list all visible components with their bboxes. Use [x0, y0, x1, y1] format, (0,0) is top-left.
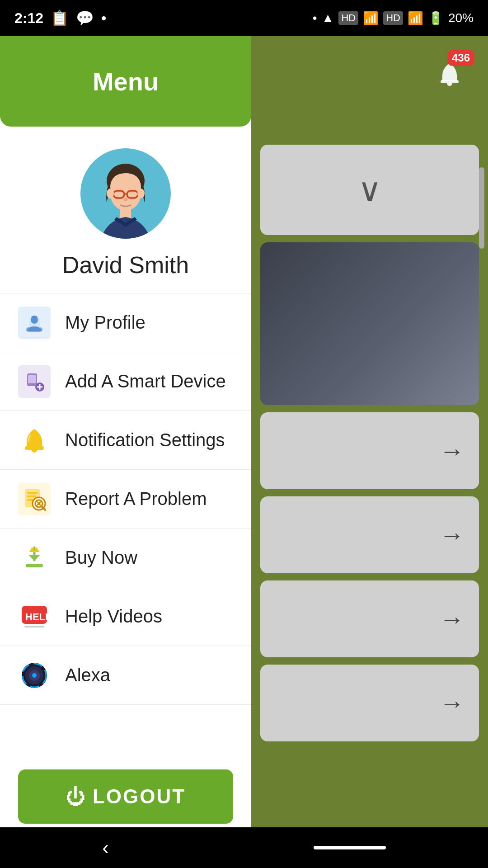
status-time: 2:12 [14, 10, 43, 27]
logout-label: LOGOUT [93, 785, 186, 808]
logout-icon: ⏻ [66, 785, 85, 808]
svg-point-12 [137, 189, 145, 198]
menu-items-list: My Profile Add A Smart Device [0, 293, 251, 755]
menu-item-label-smart-device: Add A Smart Device [65, 371, 226, 392]
menu-header: Menu [0, 36, 251, 127]
menu-item-buy-now[interactable]: Buy Now [0, 528, 251, 587]
menu-item-label-help-videos: Help Videos [65, 606, 162, 627]
back-button[interactable]: ‹ [102, 836, 109, 859]
avatar [80, 148, 171, 239]
help-videos-icon: HELP [18, 600, 51, 633]
right-panel-top: 436 [251, 36, 488, 140]
image-card-inner [260, 242, 479, 405]
avatar-image [83, 153, 169, 239]
status-battery-percent: 20% [448, 11, 474, 25]
logout-button[interactable]: ⏻ LOGOUT [18, 769, 233, 824]
svg-rect-38 [24, 626, 44, 627]
arrow-right-icon-2: → [439, 520, 465, 550]
svg-point-17 [31, 316, 38, 324]
status-battery-icon: 🔋 [428, 11, 444, 26]
svg-point-9 [123, 198, 128, 201]
svg-text:HELP: HELP [25, 611, 48, 623]
bottom-nav: ‹ [0, 827, 488, 868]
notification-count-badge: 436 [447, 50, 474, 66]
status-sim-icon: 📋 [51, 9, 69, 27]
status-bar: 2:12 📋 💬 • • ▲ HD 📶 HD 📶 🔋 20% [0, 0, 488, 36]
arrow-card-4[interactable]: → [260, 665, 479, 741]
menu-item-alexa[interactable]: Alexa [0, 646, 251, 705]
report-icon [18, 483, 51, 515]
menu-item-label-my-profile: My Profile [65, 312, 145, 333]
notification-area[interactable]: 436 [429, 54, 470, 95]
status-hd-badge-1: HD [338, 11, 358, 25]
profile-name: David Smith [62, 251, 189, 278]
image-card [260, 242, 479, 405]
menu-item-my-profile[interactable]: My Profile [0, 293, 251, 352]
menu-item-label-notifications: Notification Settings [65, 430, 225, 450]
status-bars-icon: 📶 [363, 11, 379, 26]
svg-rect-35 [26, 564, 43, 567]
menu-item-label-report: Report A Problem [65, 489, 207, 509]
svg-rect-24 [25, 446, 44, 450]
menu-drawer: Menu [0, 36, 251, 868]
svg-rect-28 [27, 495, 36, 497]
status-signal-dot: • [313, 11, 317, 25]
status-dot: • [101, 10, 106, 27]
menu-item-notifications[interactable]: Notification Settings [0, 411, 251, 470]
smart-device-icon [18, 365, 51, 398]
profile-icon [18, 307, 51, 339]
notification-settings-icon [18, 424, 51, 457]
alexa-icon [18, 659, 51, 692]
svg-rect-20 [28, 375, 36, 383]
profile-section: David Smith [0, 127, 251, 293]
scrollbar[interactable] [479, 167, 484, 249]
arrow-right-icon-4: → [439, 689, 465, 718]
dropdown-card[interactable]: ∨ [260, 145, 479, 235]
arrow-right-icon-1: → [439, 436, 465, 466]
menu-item-help-videos[interactable]: HELP Help Videos [0, 587, 251, 646]
svg-rect-0 [441, 80, 459, 83]
menu-item-smart-device[interactable]: Add A Smart Device [0, 352, 251, 411]
arrow-card-2[interactable]: → [260, 496, 479, 573]
svg-rect-27 [27, 492, 38, 494]
menu-title: Menu [93, 67, 159, 96]
status-signal-icon: 📶 [408, 11, 423, 26]
chevron-down-icon: ∨ [358, 171, 382, 209]
svg-point-11 [107, 189, 114, 198]
status-msg-icon: 💬 [76, 9, 94, 27]
menu-item-report[interactable]: Report A Problem [0, 470, 251, 528]
arrow-card-3[interactable]: → [260, 580, 479, 657]
arrow-card-1[interactable]: → [260, 412, 479, 489]
notification-bell-button[interactable]: 436 [429, 54, 470, 95]
status-wifi-icon: ▲ [322, 11, 334, 25]
home-indicator[interactable] [314, 846, 386, 849]
menu-item-label-alexa: Alexa [65, 665, 110, 685]
right-panel: 436 ∨ → → → → [251, 36, 488, 868]
buy-now-icon [18, 542, 51, 574]
status-hd-badge-2: HD [383, 11, 403, 25]
menu-item-label-buy-now: Buy Now [65, 547, 137, 568]
svg-point-43 [32, 673, 37, 678]
arrow-right-icon-3: → [439, 604, 465, 634]
